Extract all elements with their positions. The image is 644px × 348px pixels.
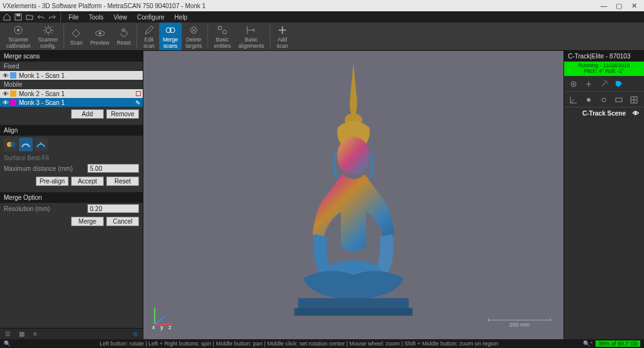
preview-button[interactable]: Preview xyxy=(86,26,113,47)
merge-button[interactable]: Merge xyxy=(71,217,104,226)
scanner-config-button[interactable]: Scanner config. xyxy=(35,23,62,50)
basic-alignments-button[interactable]: Basic alignments xyxy=(235,23,268,50)
maximize-button[interactable]: ▢ xyxy=(611,2,626,10)
window-titlebar: VXelements - 3D Software Platform - Metr… xyxy=(0,0,644,11)
menu-file[interactable]: File xyxy=(64,14,84,21)
scene-dot-icon[interactable] xyxy=(583,94,594,106)
scan-label: Monk 2 - Scan 1 xyxy=(19,90,65,97)
reset-icon xyxy=(118,27,130,40)
home-icon[interactable] xyxy=(1,12,13,22)
delete-target-icon xyxy=(187,24,200,36)
window-title: VXelements - 3D Software Platform - Metr… xyxy=(3,3,596,9)
scale-bar: 200 mm xyxy=(488,320,551,328)
eye-icon xyxy=(94,27,106,40)
svg-rect-18 xyxy=(298,298,409,309)
3d-viewport[interactable]: x y z 200 mm xyxy=(143,51,564,339)
zoom-out-icon[interactable]: 🔍 xyxy=(4,340,11,347)
cancel-button[interactable]: Cancel xyxy=(106,217,139,226)
scene-visibility-icon[interactable]: 👁 xyxy=(633,110,639,117)
mobile-label: Mobile xyxy=(0,80,143,89)
redo-icon[interactable] xyxy=(47,12,58,22)
grid-view-icon[interactable]: ▦ xyxy=(16,330,26,339)
delete-targets-button[interactable]: Delete targets xyxy=(182,23,206,50)
minimize-button[interactable]: — xyxy=(596,2,611,9)
svg-point-6 xyxy=(99,32,101,35)
ribbon-toolbar: Scanner calibration Scanner config. Scan… xyxy=(0,23,644,51)
axis-gizmo: x y z xyxy=(150,304,175,329)
svg-line-22 xyxy=(155,317,165,324)
panel-footer: ☰ ▦ ≡ ⊕ xyxy=(0,328,143,339)
svg-point-14 xyxy=(40,143,42,144)
pencil-icon xyxy=(143,24,155,36)
svg-point-3 xyxy=(17,29,19,31)
align-method-target-button[interactable] xyxy=(34,138,48,151)
ctrack-scene-label: C-Track Scene 👁 xyxy=(564,107,644,119)
resolution-input[interactable] xyxy=(87,204,139,213)
undo-icon[interactable] xyxy=(35,12,47,22)
scan-color-swatch xyxy=(10,72,16,79)
edit-scan-button[interactable]: Edit scan xyxy=(139,23,159,50)
scene-device-icon[interactable] xyxy=(613,94,625,106)
ctrack-panel: C-Track|Elite - 870103 Running - 11/28/2… xyxy=(564,51,644,339)
svg-rect-27 xyxy=(616,98,622,102)
save-icon[interactable] xyxy=(13,12,24,22)
basic-entities-button[interactable]: Basic entities xyxy=(210,23,235,50)
tracker-link-icon[interactable] xyxy=(583,79,594,90)
add-scan-button[interactable]: Add scan xyxy=(272,23,292,50)
detail-view-icon[interactable]: ≡ xyxy=(30,330,40,339)
tracker-config-icon[interactable] xyxy=(568,79,579,90)
accept-button[interactable]: Accept xyxy=(71,177,104,186)
menu-tools[interactable]: Tools xyxy=(84,14,108,21)
surface-best-fit-label: Surface Best-Fit xyxy=(0,153,143,163)
prealign-button[interactable]: Pre-align xyxy=(36,177,69,186)
svg-point-11 xyxy=(223,30,226,34)
open-icon[interactable] xyxy=(24,12,35,22)
align-method-auto-button[interactable] xyxy=(4,138,18,151)
close-button[interactable]: ✕ xyxy=(626,2,641,10)
scanner-calibration-button[interactable]: Scanner calibration xyxy=(3,23,35,50)
svg-point-13 xyxy=(10,142,15,147)
scene-grid-icon[interactable] xyxy=(628,94,640,106)
remove-button[interactable]: Remove xyxy=(106,109,139,119)
fixed-scan-row[interactable]: 👁 Monk 1 - Scan 1 xyxy=(0,71,143,80)
statusbar: 🔍 Left button: rotate | Left + Right but… xyxy=(0,339,644,348)
svg-rect-19 xyxy=(294,308,413,315)
visibility-icon[interactable]: 👁 xyxy=(1,99,10,106)
scan-button[interactable]: Scan xyxy=(66,26,86,47)
max-distance-input[interactable] xyxy=(87,164,139,173)
resolution-label: Resolution (mm) xyxy=(4,205,84,212)
mobile-scan-row[interactable]: 👁 Monk 2 - Scan 1 xyxy=(0,89,143,98)
svg-point-8 xyxy=(170,28,175,33)
merge-scans-button[interactable]: Merge scans xyxy=(159,23,182,50)
entities-icon xyxy=(216,24,228,36)
edit-icon[interactable]: ✎ xyxy=(135,99,140,106)
tracker-tag-icon[interactable] xyxy=(613,79,625,90)
scene-axis-icon[interactable] xyxy=(568,94,579,106)
reset-align-button[interactable]: Reset xyxy=(106,177,139,186)
list-view-icon[interactable]: ☰ xyxy=(3,330,13,339)
max-distance-label: Maximum distance (mm) xyxy=(4,165,84,172)
memory-usage: 39% of 60.7 Gb xyxy=(596,340,640,347)
svg-rect-1 xyxy=(16,14,20,16)
visibility-icon[interactable]: 👁 xyxy=(1,72,10,79)
visibility-icon[interactable]: 👁 xyxy=(1,90,10,97)
menu-help[interactable]: Help xyxy=(169,14,192,21)
scene-dot2-icon[interactable] xyxy=(598,94,609,106)
ctrack-status: Running - 11/28/2018 Pitch: 4° Roll: -2° xyxy=(564,62,644,76)
add-button[interactable]: Add xyxy=(71,109,104,119)
menu-view[interactable]: View xyxy=(108,14,132,21)
merge-option-header: Merge Option xyxy=(0,192,143,203)
align-header: Align xyxy=(0,125,143,136)
tracker-wrench-icon[interactable] xyxy=(598,79,609,90)
menubar: File Tools View Configure Help xyxy=(0,11,644,23)
mobile-scan-row[interactable]: 👁 Monk 3 - Scan 1 ✎ xyxy=(0,98,143,107)
alignments-icon xyxy=(245,24,257,36)
reset-scan-button[interactable]: Reset xyxy=(113,26,135,47)
add-target-icon[interactable]: ⊕ xyxy=(130,330,140,339)
gear-icon xyxy=(42,24,55,36)
target-icon xyxy=(12,24,25,36)
scan-color-swatch xyxy=(10,99,16,106)
align-method-surface-button[interactable] xyxy=(19,138,33,151)
menu-configure[interactable]: Configure xyxy=(132,14,169,21)
scan-mesh-preview xyxy=(272,58,435,322)
